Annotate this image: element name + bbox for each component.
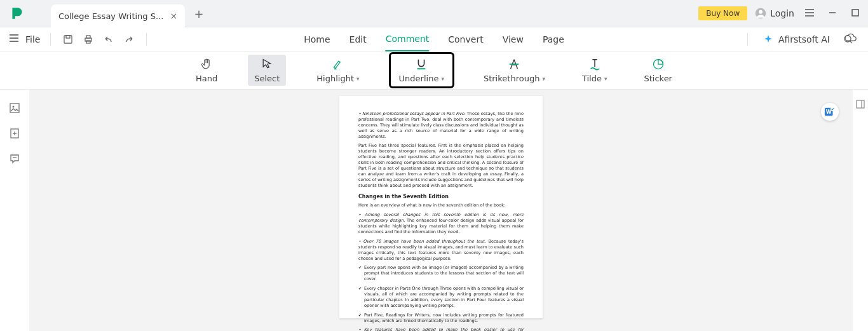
cursor-icon: [260, 57, 274, 71]
app-logo: [9, 5, 25, 22]
tool-label: Tilde: [582, 74, 602, 83]
cloud-sync-icon[interactable]: [844, 33, 857, 45]
redo-icon[interactable]: [122, 32, 136, 46]
menu-edit[interactable]: Edit: [349, 27, 367, 51]
close-icon[interactable]: ×: [170, 11, 177, 21]
tilde-tool[interactable]: Tilde▾: [576, 55, 614, 86]
maximize-icon[interactable]: [848, 8, 863, 19]
svg-point-11: [13, 106, 15, 108]
thumbnails-icon[interactable]: [8, 101, 22, 115]
menu-comment[interactable]: Comment: [386, 27, 430, 51]
sticker-icon: [651, 57, 665, 71]
ai-label: Afirstsoft AI: [778, 34, 830, 44]
left-sidebar: [0, 90, 29, 331]
chevron-down-icon: ▾: [441, 76, 444, 82]
menubar: File Home Edit Comment Convert View Page…: [0, 27, 868, 51]
svg-rect-10: [10, 104, 19, 112]
tool-label: Strikethrough: [484, 74, 539, 83]
tool-label: Hand: [196, 74, 217, 83]
document-canvas[interactable]: • Nineteen professional essays appear in…: [29, 90, 853, 331]
document-tab[interactable]: College Essay Writing S... ×: [51, 4, 185, 27]
sticker-tool[interactable]: Sticker: [637, 55, 679, 86]
ai-button[interactable]: Afirstsoft AI: [763, 34, 830, 44]
svg-rect-13: [857, 100, 864, 108]
comment-toolbar: Hand Select Highlight▾ Underline▾ Strike…: [0, 51, 868, 90]
svg-rect-6: [86, 36, 90, 38]
tool-label: Underline: [399, 74, 439, 83]
underline-icon: [414, 57, 428, 71]
add-tab-button[interactable]: +: [190, 4, 208, 22]
undo-icon[interactable]: [102, 32, 116, 46]
menu-home[interactable]: Home: [304, 27, 330, 51]
highlight-tool[interactable]: Highlight▾: [310, 55, 365, 86]
sparkle-icon: [763, 34, 773, 44]
underline-tool[interactable]: Underline▾: [390, 53, 453, 87]
bookmarks-icon[interactable]: [8, 126, 22, 140]
tilde-icon: [588, 57, 602, 71]
hand-tool[interactable]: Hand: [189, 55, 224, 86]
svg-rect-4: [66, 36, 70, 38]
word-export-badge[interactable]: W: [821, 103, 839, 121]
tool-label: Sticker: [644, 74, 672, 83]
login-label: Login: [770, 8, 794, 18]
chevron-down-icon: ▾: [542, 76, 545, 82]
svg-rect-2: [852, 10, 858, 16]
comments-panel-icon[interactable]: [8, 152, 22, 166]
chevron-down-icon: ▾: [604, 76, 607, 82]
divider: [50, 33, 51, 46]
menu-view[interactable]: View: [503, 27, 524, 51]
save-icon[interactable]: [61, 32, 75, 46]
content-area: • Nineteen professional essays appear in…: [0, 90, 868, 331]
right-sidebar: [853, 90, 868, 331]
user-icon: [755, 8, 766, 19]
document-page: • Nineteen professional essays appear in…: [339, 96, 543, 318]
hamburger-icon[interactable]: [802, 8, 817, 19]
section-heading: Changes in the Seventh Edition: [358, 194, 524, 201]
file-menu[interactable]: File: [25, 34, 40, 44]
menu-page[interactable]: Page: [543, 27, 564, 51]
right-panel-icon[interactable]: [853, 97, 867, 111]
buy-now-button[interactable]: Buy Now: [698, 6, 747, 20]
menu-convert[interactable]: Convert: [448, 27, 483, 51]
svg-rect-3: [64, 36, 72, 43]
tab-title: College Essay Writing S...: [58, 11, 163, 21]
minimize-icon[interactable]: [825, 8, 840, 19]
login-button[interactable]: Login: [755, 8, 794, 19]
highlighter-icon: [331, 57, 345, 71]
divider: [146, 33, 147, 46]
chevron-down-icon: ▾: [356, 76, 360, 82]
main-menu: Home Edit Comment Convert View Page: [304, 27, 564, 51]
tool-label: Select: [254, 74, 280, 83]
strikethrough-icon: [507, 57, 521, 71]
select-tool[interactable]: Select: [248, 55, 286, 86]
tool-label: Highlight: [316, 74, 354, 83]
svg-point-1: [759, 10, 763, 14]
titlebar: College Essay Writing S... × + Buy Now L…: [0, 0, 868, 27]
hand-icon: [200, 57, 214, 71]
file-menu-icon[interactable]: [9, 34, 19, 44]
divider: [747, 33, 748, 46]
print-icon[interactable]: [81, 32, 95, 46]
strikethrough-tool[interactable]: Strikethrough▾: [477, 55, 552, 86]
svg-rect-7: [86, 41, 90, 43]
